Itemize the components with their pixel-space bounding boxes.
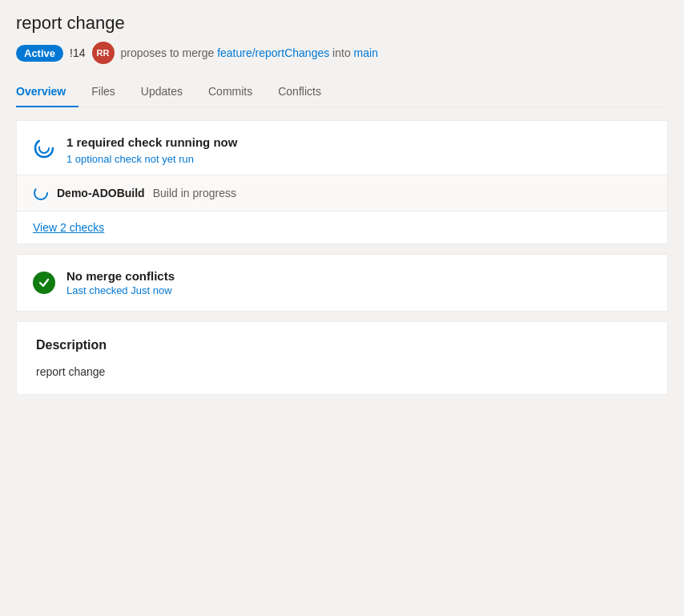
build-check-row: Demo-ADOBuild Build in progress (17, 175, 667, 211)
description-body: report change (36, 365, 648, 378)
check-summary-text: 1 required check running now 1 optional … (66, 135, 237, 165)
checks-card: 1 required check running now 1 optional … (16, 120, 668, 244)
description-heading: Description (36, 338, 648, 352)
no-conflicts-text: No merge conflicts Last checked Just now (66, 269, 175, 296)
build-status: Build in progress (153, 187, 236, 199)
build-name: Demo-ADOBuild (57, 187, 145, 199)
avatar: RR (92, 42, 115, 64)
required-check-title: 1 required check running now (66, 135, 237, 149)
target-branch-link[interactable]: main (354, 46, 378, 59)
tab-updates[interactable]: Updates (128, 77, 195, 107)
spinning-check-icon (33, 137, 55, 159)
status-badge: Active (16, 45, 63, 62)
page-title: report change (16, 13, 668, 34)
merge-description: proposes to merge feature/reportChanges … (121, 46, 378, 59)
svg-point-0 (35, 139, 53, 157)
tabs-nav: Overview Files Updates Commits Conflicts (16, 77, 668, 107)
pr-number: !14 (70, 46, 85, 59)
conflicts-card: No merge conflicts Last checked Just now (16, 254, 668, 312)
overview-content: 1 required check running now 1 optional … (16, 120, 668, 395)
view-checks-link[interactable]: View 2 checks (17, 211, 667, 244)
description-card: Description report change (16, 321, 668, 395)
check-summary: 1 required check running now 1 optional … (17, 121, 667, 175)
into-text: into (332, 46, 351, 59)
tab-overview[interactable]: Overview (16, 77, 78, 107)
svg-point-1 (39, 143, 49, 153)
meta-row: Active !14 RR proposes to merge feature/… (16, 42, 668, 64)
tab-commits[interactable]: Commits (195, 77, 265, 107)
build-progress-icon (33, 185, 49, 201)
last-checked: Last checked Just now (66, 284, 175, 296)
svg-point-2 (34, 187, 47, 199)
optional-check-text: 1 optional check not yet run (66, 153, 194, 165)
no-conflicts-title: No merge conflicts (66, 269, 175, 283)
page-container: report change Active !14 RR proposes to … (0, 0, 684, 616)
tab-files[interactable]: Files (78, 77, 128, 107)
proposes-text: proposes to merge (121, 46, 215, 59)
no-conflicts-row: No merge conflicts Last checked Just now (17, 255, 667, 311)
green-check-icon (33, 272, 55, 294)
source-branch-link[interactable]: feature/reportChanges (217, 46, 329, 59)
tab-conflicts[interactable]: Conflicts (265, 77, 334, 107)
